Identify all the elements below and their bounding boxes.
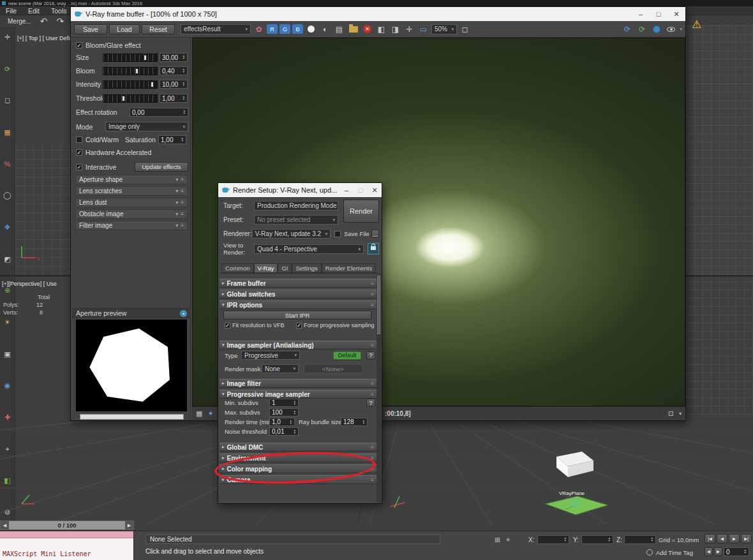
size-value[interactable]: 30,00	[160, 53, 188, 62]
left-toolbar-icon[interactable]: ◻	[0, 94, 15, 107]
ray-bundle-spinner[interactable]: 128	[341, 418, 368, 426]
renderer-combo[interactable]: V-Ray Next, update 3.2	[252, 229, 331, 239]
warning-triangle-icon[interactable]: ⚠	[692, 18, 701, 31]
rs-maximize-button[interactable]: □	[354, 184, 368, 197]
force-progressive-checkbox[interactable]	[296, 323, 302, 328]
intensity-slider[interactable]	[103, 80, 158, 89]
stamp-globe-icon[interactable]	[650, 23, 662, 35]
vfb-maximize-button[interactable]: □	[650, 8, 667, 21]
viewport-top-grid[interactable]	[686, 25, 753, 275]
rollout-progressive-sampler[interactable]: ▾Progressive image sampler≡	[220, 390, 376, 399]
left-toolbar-icon[interactable]: ◩	[0, 253, 15, 266]
obstacle-image-section[interactable]: Obstacle image▾≡	[75, 209, 188, 219]
vfb-titlebar[interactable]: V-Ray frame buffer - [100% of 1000 x 750…	[71, 7, 685, 21]
red-channel-icon[interactable]: R	[267, 24, 278, 34]
render-mask-combo[interactable]: None	[262, 364, 299, 373]
viewport-right-grid[interactable]	[686, 277, 753, 415]
rs-close-button[interactable]: ✕	[368, 184, 382, 197]
render-last-icon[interactable]: ⟳	[621, 23, 633, 35]
tab-render-elements[interactable]: Render Elements	[322, 263, 376, 273]
aperture-preview-header[interactable]: Aperture preview ▾	[72, 308, 191, 318]
maxscript-mini-listener[interactable]: MAXScript Mini Listener	[0, 531, 134, 560]
vfb-zoom-combo[interactable]: 50%	[431, 24, 457, 34]
menu-tools[interactable]: Tools	[45, 7, 73, 15]
left-toolbar-icon[interactable]: ◉	[0, 379, 15, 392]
open-folder-icon[interactable]	[347, 23, 359, 35]
save-file-checkbox[interactable]	[334, 231, 341, 237]
vfb-frame-icon[interactable]: ⊡	[668, 409, 674, 418]
frame-back-icon[interactable]: ◀	[705, 547, 713, 556]
rs-minimize-button[interactable]: –	[339, 184, 354, 197]
blue-channel-icon[interactable]: B	[292, 24, 303, 34]
rollout-color-mapping[interactable]: ▸Color mapping≡	[220, 464, 376, 473]
redo-icon[interactable]: ↷	[56, 16, 64, 26]
sampler-help-button[interactable]: ?	[366, 351, 375, 360]
left-toolbar-icon[interactable]: ▣	[0, 348, 15, 361]
clear-image-icon[interactable]: ✕	[361, 23, 373, 35]
monitor-icon[interactable]: ▭	[417, 23, 429, 35]
prev-frame-button[interactable]: ◀	[717, 534, 727, 543]
threshold-value[interactable]: 1,00	[160, 94, 188, 103]
preset-combo[interactable]: No preset selected	[254, 215, 338, 225]
vfb-reset-button[interactable]: Reset	[142, 24, 175, 34]
isolate-selection-icon[interactable]: ⊞	[495, 536, 500, 544]
interactive-checkbox[interactable]	[76, 164, 82, 170]
save-file-browse-button[interactable]: ...	[371, 230, 379, 238]
current-frame-field[interactable]: 0	[724, 547, 749, 556]
rs-scrollbar-track[interactable]	[376, 274, 381, 503]
view-lock-button[interactable]	[368, 243, 379, 254]
left-toolbar-icon[interactable]: ⟳	[0, 63, 15, 76]
y-coord-field[interactable]	[581, 535, 613, 544]
monochrome-icon[interactable]: ◐	[319, 23, 331, 35]
maxscript-pink-strip[interactable]	[0, 531, 133, 538]
effect-rotation-value[interactable]: 0,00	[130, 108, 188, 117]
bloom-slider[interactable]	[103, 67, 158, 75]
add-time-tag[interactable]: Add Time Tag	[656, 549, 693, 556]
vfb-strip-chevron-icon[interactable]: ▾	[679, 411, 682, 416]
noise-threshold-spinner[interactable]: 0,01	[269, 427, 299, 436]
rollout-global-dmc[interactable]: ▸Global DMC≡	[220, 443, 376, 452]
threshold-slider[interactable]	[103, 94, 158, 103]
rs-scrollbar-thumb[interactable]	[377, 276, 380, 334]
ab-compare-vertical-icon[interactable]: ◨	[389, 23, 401, 35]
z-coord-field[interactable]	[624, 535, 656, 544]
render-button[interactable]: Render	[343, 200, 379, 223]
render-setup-titlebar[interactable]: Render Setup: V-Ray Next, upd... – □ ✕	[218, 183, 382, 197]
start-ipr-button[interactable]: Start IPR	[223, 311, 371, 320]
rollout-camera[interactable]: ▸Camera≡	[220, 475, 376, 484]
vfb-strip-icon-1[interactable]: ▦	[196, 409, 202, 418]
alpha-channel-icon[interactable]	[305, 23, 317, 35]
track-next-icon[interactable]: ▶	[125, 521, 133, 529]
left-toolbar-icon[interactable]: ❖	[0, 221, 15, 234]
lens-scratches-section[interactable]: Lens scratches▾≡	[75, 186, 188, 196]
pan-icon[interactable]: ✛	[403, 23, 415, 35]
ab-compare-horizontal-icon[interactable]: ◧	[375, 23, 387, 35]
cold-warm-checkbox[interactable]	[76, 136, 82, 143]
vray-plane-object[interactable]	[546, 496, 608, 515]
lens-dust-section[interactable]: Lens dust▾≡	[75, 198, 188, 207]
display-correction-eye-icon[interactable]	[665, 23, 677, 35]
rollout-ipr-options[interactable]: ▾IPR options≡	[220, 300, 376, 309]
mode-combo[interactable]: Image only	[105, 122, 188, 131]
max-subdivs-spinner[interactable]: 100	[269, 408, 299, 416]
play-button[interactable]: ▶	[729, 534, 740, 543]
track-prev-icon[interactable]: ◀	[1, 521, 9, 529]
viewport-label-top[interactable]: [+] [ Top ] [ User Defin	[17, 35, 71, 41]
vfb-load-button[interactable]: Load	[109, 24, 140, 34]
render-last-alt-icon[interactable]: ⟳	[636, 23, 648, 35]
go-to-end-button[interactable]: ▶|	[741, 534, 752, 543]
undo-icon[interactable]: ↶	[40, 16, 48, 26]
bloom-value[interactable]: 0,40	[160, 66, 188, 75]
hardware-accelerated-checkbox[interactable]	[76, 149, 82, 156]
aperture-shape-section[interactable]: Aperture shape▾≡	[75, 175, 188, 184]
green-channel-icon[interactable]: G	[280, 24, 290, 34]
rollout-global-switches[interactable]: ▸Global switches≡	[220, 290, 376, 298]
eye-dropdown-chevron-icon[interactable]: ▾	[680, 27, 682, 32]
update-effects-button[interactable]: Update effects	[135, 162, 188, 172]
menu-edit[interactable]: Edit	[22, 7, 45, 15]
save-image-icon[interactable]: ▤	[333, 23, 345, 35]
left-toolbar-icon[interactable]: ◯	[0, 189, 15, 202]
view-to-render-combo[interactable]: Quad 4 - Perspective	[254, 244, 364, 254]
go-to-start-button[interactable]: |◀	[705, 534, 715, 543]
aperture-preview-collapse-icon[interactable]: ▾	[180, 310, 187, 317]
